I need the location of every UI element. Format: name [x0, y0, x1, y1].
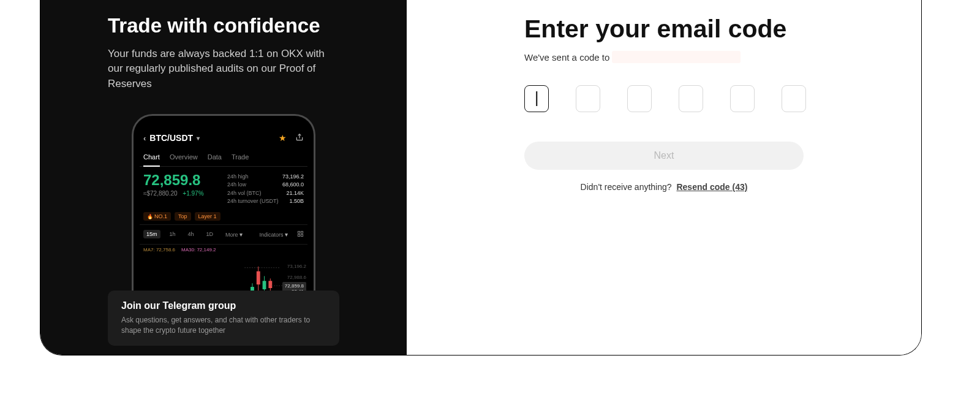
svg-rect-12: [257, 271, 260, 284]
otp-digit-5[interactable]: [730, 85, 755, 112]
y-high: 73,196.2: [287, 264, 306, 269]
tab-chart: Chart: [143, 153, 160, 167]
resend-prefix: Didn't receive anything?: [581, 182, 672, 192]
tf-1d: 1D: [203, 230, 217, 238]
ma30-value: MA30: 72,149.2: [181, 247, 216, 253]
stat-value: 68,600.0: [282, 181, 304, 189]
otp-digit-3[interactable]: [627, 85, 652, 112]
tab-overview: Overview: [170, 153, 198, 166]
caret-down-icon: ▾: [197, 135, 200, 142]
signup-modal: Trade with confidence Your funds are alw…: [40, 0, 922, 356]
y-upper: 72,988.6: [287, 275, 306, 280]
svg-rect-0: [298, 231, 300, 233]
pair-selector: ‹ BTC/USDT ▾: [143, 133, 200, 143]
star-icon: ★: [279, 133, 287, 143]
telegram-subtitle: Ask questions, get answers, and chat wit…: [121, 315, 326, 336]
sent-message: We've sent a code to: [524, 51, 921, 63]
stat-label: 24h high: [227, 173, 249, 181]
tab-data: Data: [208, 153, 222, 166]
next-button[interactable]: Next: [524, 142, 804, 170]
chevron-left-icon: ‹: [143, 134, 146, 143]
telegram-banner[interactable]: Join our Telegram group Ask questions, g…: [108, 291, 339, 346]
stat-label: 24h vol (BTC): [227, 189, 262, 198]
badge-layer: Layer 1: [195, 212, 221, 221]
svg-rect-16: [268, 281, 272, 288]
phone-tabs: Chart Overview Data Trade: [140, 151, 307, 167]
tab-trade: Trade: [232, 153, 249, 166]
tf-1h: 1h: [167, 230, 179, 238]
svg-rect-1: [301, 231, 303, 233]
tf-more: More ▾: [222, 230, 246, 239]
stat-label: 24h low: [227, 181, 246, 189]
settings-icon: [297, 230, 304, 238]
phone-mockup: ‹ BTC/USDT ▾ ★ Chart Overview Data: [132, 114, 315, 319]
badge-top: Top: [175, 212, 191, 221]
stat-value: 21.14K: [286, 189, 304, 198]
otp-input-row: [524, 85, 921, 112]
badge-rank: NO.1: [143, 212, 171, 221]
indicators-menu: Indicators ▾: [256, 230, 291, 239]
redacted-email: [612, 51, 741, 63]
stat-value: 1.50B: [289, 197, 304, 206]
pair-label: BTC/USDT: [149, 133, 193, 143]
resend-link[interactable]: Resend code (43): [676, 182, 747, 192]
verify-panel: Enter your email code We've sent a code …: [407, 0, 921, 355]
promo-panel: Trade with confidence Your funds are alw…: [40, 0, 407, 355]
share-icon: [295, 133, 304, 143]
svg-rect-2: [298, 234, 300, 236]
stats-block: 24h high73,196.2 24h low68,600.0 24h vol…: [227, 173, 304, 206]
page-title: Enter your email code: [524, 15, 921, 44]
tf-15m: 15m: [143, 230, 160, 238]
otp-digit-6[interactable]: [782, 85, 806, 112]
current-price: 72,859.8: [143, 173, 204, 188]
fiat-price: ≈$72,880.20: [143, 190, 178, 197]
otp-digit-4[interactable]: [679, 85, 703, 112]
telegram-title: Join our Telegram group: [121, 300, 326, 311]
promo-subtitle: Your funds are always backed 1:1 on OKX …: [108, 47, 339, 92]
stat-value: 73,196.2: [282, 173, 304, 181]
svg-rect-3: [301, 234, 303, 236]
svg-rect-14: [263, 281, 266, 289]
promo-title: Trade with confidence: [108, 13, 339, 38]
ma7-value: MA7: 72,758.6: [143, 247, 175, 253]
stat-label: 24h turnover (USDT): [227, 197, 279, 206]
pct-change: +1.97%: [183, 190, 203, 197]
otp-digit-2[interactable]: [576, 85, 600, 112]
tf-4h: 4h: [185, 230, 197, 238]
